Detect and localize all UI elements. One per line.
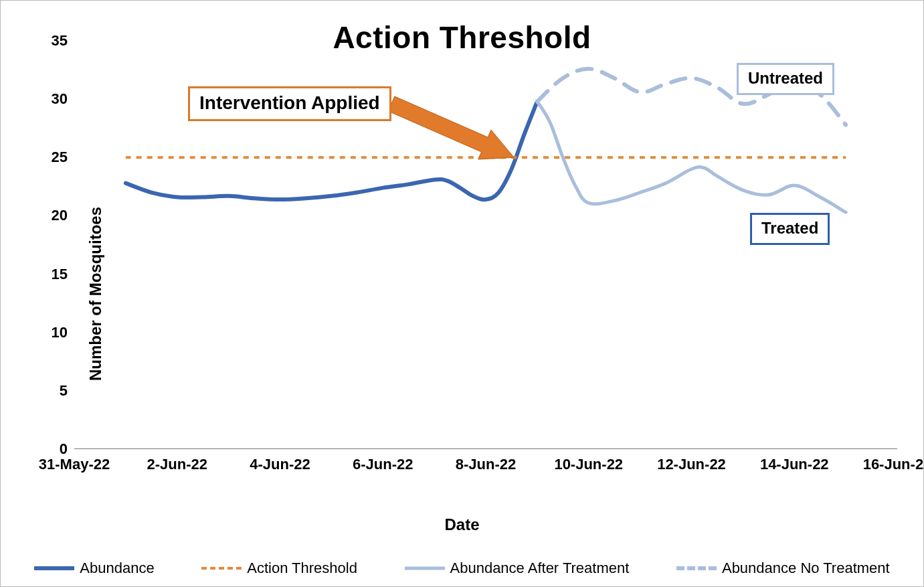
legend-label: Abundance After Treatment — [450, 560, 630, 577]
x-tick-label: 8-Jun-22 — [456, 456, 516, 473]
x-tick-label: 4-Jun-22 — [250, 456, 310, 473]
legend-item-no-treatment: Abundance No Treatment — [676, 560, 890, 577]
x-tick-label: 12-Jun-22 — [657, 456, 726, 473]
y-tick-label: 20 — [52, 207, 68, 224]
x-tick-label: 14-Jun-22 — [760, 456, 829, 473]
legend-item-abundance: Abundance — [34, 560, 154, 577]
y-tick-label: 35 — [52, 32, 68, 50]
legend-label: Abundance No Treatment — [722, 560, 890, 577]
y-tick-label: 15 — [52, 266, 68, 283]
y-tick-label: 30 — [52, 90, 68, 108]
x-tick-label: 16-Jun-22 — [863, 456, 924, 473]
legend-item-after-treatment: Abundance After Treatment — [405, 560, 630, 577]
x-axis-title: Date — [1, 515, 923, 534]
series-abundance-after-treatment — [537, 102, 846, 213]
y-tick-label: 5 — [60, 382, 68, 400]
x-tick-label: 6-Jun-22 — [353, 456, 413, 473]
plot-area: Intervention Applied Untreated Treated 0… — [74, 41, 897, 449]
untreated-callout: Untreated — [737, 63, 834, 95]
arrow-icon — [388, 96, 514, 159]
y-tick-label: 10 — [52, 324, 68, 341]
legend-label: Action Threshold — [247, 560, 357, 577]
intervention-callout: Intervention Applied — [188, 86, 391, 121]
x-tick-label: 10-Jun-22 — [554, 456, 623, 473]
legend: Abundance Action Threshold Abundance Aft… — [14, 560, 910, 577]
treated-callout: Treated — [750, 213, 830, 245]
x-tick-label: 2-Jun-22 — [147, 456, 207, 473]
y-tick-label: 25 — [52, 149, 68, 166]
x-tick-label: 31-May-22 — [39, 456, 110, 473]
chart-frame: Action Threshold Number of Mosquitoes In… — [0, 0, 924, 587]
legend-label: Abundance — [80, 560, 154, 577]
legend-item-threshold: Action Threshold — [201, 560, 357, 577]
